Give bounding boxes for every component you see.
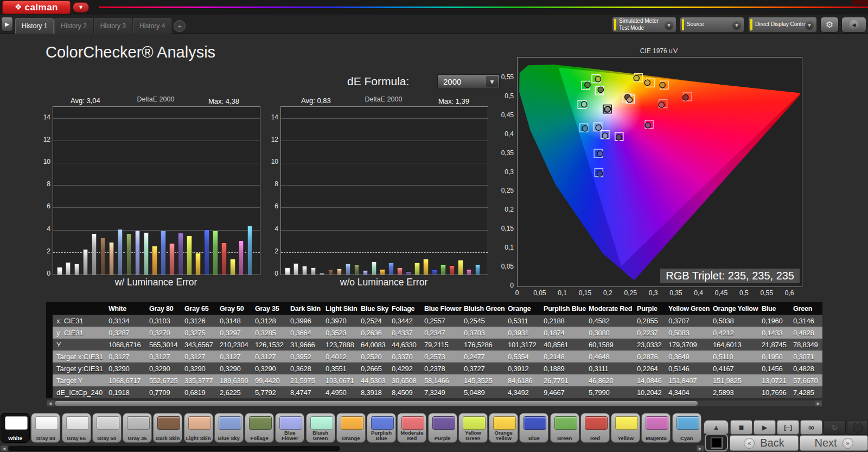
patch-bar-scrollbar[interactable]: ◀ ▶	[0, 445, 704, 452]
display-control-dropdown[interactable]: Direct Display Control ▼	[748, 17, 817, 33]
swatch-label: Purplish Blue	[368, 430, 395, 442]
y-tick-label: 12	[36, 136, 50, 143]
swatch-yellow[interactable]: Yellow	[611, 413, 640, 443]
scroll-right-arrow[interactable]: ▶	[697, 445, 704, 451]
swatch-light-skin[interactable]: Light Skin	[184, 413, 213, 443]
measured-point-foliage	[598, 87, 603, 92]
y-tick-label: 14	[36, 113, 50, 121]
table-cell: 2,6225	[220, 386, 255, 398]
swatch-color	[35, 416, 58, 430]
swatch-orange-yellow[interactable]: Orange Yellow	[489, 413, 518, 443]
gridline-14	[53, 118, 260, 119]
bar-orange	[380, 269, 385, 275]
table-cell: 0,2264	[637, 362, 668, 374]
swatch-color	[341, 416, 363, 430]
frame-step-button[interactable]: [··]	[777, 420, 799, 435]
patch-bar-scrollbar-thumb[interactable]	[8, 446, 340, 451]
swatch-magenta[interactable]: Magenta	[641, 413, 671, 443]
swatch-cyan[interactable]: Cyan	[672, 413, 701, 443]
calman-logo-button[interactable]: ❖ calman	[2, 1, 71, 14]
tab-scroll-expand-button[interactable]: ▶	[1, 17, 13, 31]
play-button[interactable]: ▶	[754, 420, 776, 435]
stop-button[interactable]: ■	[730, 420, 752, 435]
cie-y-tick-label: 0,45	[493, 111, 514, 119]
swatch-yellow-green[interactable]: Yellow Green	[458, 413, 488, 443]
loop-button[interactable]: ∞	[800, 420, 822, 435]
swatch-blue-sky[interactable]: Blue Sky	[214, 413, 244, 443]
cie-y-tick-label: 0,3	[493, 168, 514, 176]
table-cell: 145,3525	[464, 374, 508, 386]
col-header-gray-65: Gray 65	[184, 302, 220, 315]
tab-history-4[interactable]: History 4	[133, 18, 171, 34]
table-cell: 0,3071	[793, 351, 822, 362]
swatch-orange[interactable]: Orange	[336, 413, 366, 443]
pattern-panel-up-button[interactable]: ▲	[704, 420, 729, 434]
collapse-panel-button[interactable]: ◀	[841, 17, 866, 33]
swatch-red[interactable]: Red	[580, 413, 610, 443]
source-dropdown-label: Source	[687, 21, 704, 28]
table-cell: 0,4012	[326, 351, 361, 362]
table-cell: 1068,6717	[108, 374, 149, 386]
swatch-dark-skin[interactable]: Dark Skin	[153, 413, 182, 443]
swatch-purplish-blue[interactable]: Purplish Blue	[367, 413, 396, 443]
swatch-gray-35[interactable]: Gray 35	[123, 413, 152, 443]
add-tab-button[interactable]: +	[174, 20, 186, 32]
table-scrollbar-thumb[interactable]	[55, 401, 698, 406]
swatch-green[interactable]: Green	[550, 413, 579, 443]
de-formula-select[interactable]: 2000 ▼	[437, 74, 500, 89]
source-dropdown[interactable]: Source ▼	[680, 17, 744, 33]
swatch-blue-flower[interactable]: Blue Flower	[275, 413, 304, 443]
cie-x-tick-label: 0,05	[529, 289, 551, 297]
swatch-blue[interactable]: Blue	[519, 413, 548, 443]
refresh-icon: ↻	[832, 423, 838, 432]
tab-history-2[interactable]: History 2	[54, 18, 93, 34]
measured-point-moderate-red	[659, 102, 664, 107]
tab-history-1[interactable]: History 1	[15, 18, 54, 34]
table-cell: 21,5975	[290, 374, 326, 386]
swatch-gray-80[interactable]: Gray 80	[31, 413, 60, 443]
swatch-color	[97, 416, 119, 430]
settings-gear-button[interactable]: ⚙	[820, 17, 839, 33]
table-cell: 79,2115	[424, 339, 464, 351]
refresh-button[interactable]: ↻	[824, 420, 846, 435]
col-header-white: White	[108, 302, 149, 315]
swatch-bluish-green[interactable]: Bluish Green	[306, 413, 335, 443]
col-header-moderate-red: Moderate Red	[589, 302, 637, 315]
record-button[interactable]	[847, 420, 868, 435]
swatch-gray-65[interactable]: Gray 65	[62, 413, 91, 443]
swatch-gray-50[interactable]: Gray 50	[92, 413, 122, 443]
table-cell: 0,5311	[508, 315, 544, 327]
table-scrollbar[interactable]: ◀ ▶	[46, 400, 822, 407]
swatch-label: Magenta	[642, 436, 669, 441]
bar-dark-skin	[100, 238, 106, 275]
table-cell: 343,6567	[184, 339, 220, 351]
table-cell: 0,3080	[589, 327, 637, 339]
tab-history-3[interactable]: History 3	[94, 18, 132, 34]
swatch-purple[interactable]: Purple	[428, 413, 457, 443]
swatch-label: Cyan	[673, 436, 700, 441]
meter-dropdown-label-line1: Simulated Meter	[619, 18, 659, 25]
pattern-window-button[interactable]	[705, 434, 728, 451]
cie-x-tick-label: 0,55	[756, 289, 777, 297]
next-button-label: Next	[814, 437, 837, 449]
next-button[interactable]: Next »	[800, 435, 868, 451]
scroll-left-arrow[interactable]: ◀	[47, 400, 54, 406]
scroll-right-arrow[interactable]: ▶	[815, 400, 822, 406]
swatch-white[interactable]: White	[1, 413, 30, 443]
bar-magenta	[467, 269, 472, 275]
main-menu-caret-button[interactable]: ▼	[73, 2, 89, 12]
table-cell: 5,0489	[464, 386, 508, 398]
back-button[interactable]: « Back	[730, 435, 799, 451]
table-row: Target Y1068,6717552,6725335,3777189,639…	[46, 374, 822, 386]
bar-purple	[178, 233, 183, 275]
meter-dropdown[interactable]: Simulated Meter Test Mode ▼	[612, 17, 676, 33]
table-cell: 0,3523	[326, 327, 361, 339]
swatch-color	[493, 416, 516, 430]
bar-blue-flower	[135, 230, 141, 275]
chart-with-caption: w/ Luminance Error	[53, 277, 259, 288]
table-cell: 0,2665	[361, 362, 392, 374]
swatch-foliage[interactable]: Foliage	[245, 413, 274, 443]
table-cell: 44,6330	[392, 339, 424, 351]
scroll-left-arrow[interactable]: ◀	[1, 445, 8, 451]
swatch-moderate-red[interactable]: Moderate Red	[397, 413, 426, 443]
